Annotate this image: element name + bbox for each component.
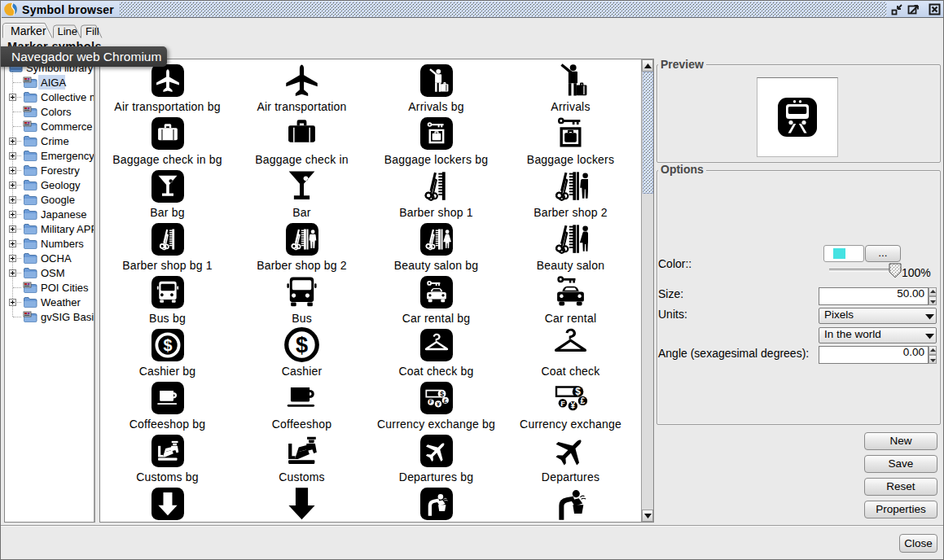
svg-text:Fill: Fill xyxy=(86,25,99,37)
svg-text:Marker: Marker xyxy=(11,24,46,37)
svg-text:Line: Line xyxy=(58,25,78,37)
